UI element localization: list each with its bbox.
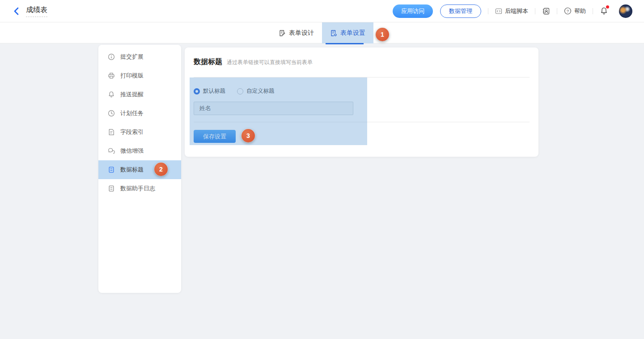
sidebar-item-label: 打印模版	[120, 72, 144, 80]
divider	[557, 8, 557, 14]
clock-icon	[108, 110, 115, 117]
divider	[593, 8, 593, 14]
title-field-input[interactable]	[194, 102, 353, 115]
sidebar-item-wechat-enhance[interactable]: 微信增强	[98, 142, 181, 160]
sidebar-item-label: 字段索引	[120, 128, 144, 136]
code-icon	[495, 8, 502, 15]
printer-icon	[108, 72, 115, 79]
help-label: 帮助	[574, 7, 586, 15]
sidebar-item-label: 推送提醒	[120, 90, 144, 99]
bell-icon	[108, 91, 115, 98]
annotation-badge-3: 3	[242, 129, 255, 142]
settings-sidebar: 提交扩展 打印模版 推送提醒 计划任务 字段索引 微信增强 数据标题	[98, 45, 181, 293]
sidebar-item-data-title[interactable]: 数据标题	[98, 160, 181, 179]
sidebar-item-push-reminder[interactable]: 推送提醒	[98, 85, 181, 104]
save-settings-button[interactable]: 保存设置	[194, 130, 236, 143]
form-design-icon	[279, 30, 286, 37]
page-title[interactable]: 成绩表	[26, 5, 47, 17]
sidebar-item-print-template[interactable]: 打印模版	[98, 66, 181, 85]
tab-label: 表单设置	[340, 29, 365, 37]
divider	[535, 8, 535, 14]
radio-unselected-icon	[237, 88, 243, 94]
document-icon	[108, 129, 115, 136]
notifications-button[interactable]	[600, 7, 608, 15]
radio-label: 默认标题	[203, 87, 225, 95]
active-tab-underline	[326, 43, 364, 44]
header-actions: 应用访问 数据管理 后端脚本 ? 帮助	[393, 4, 632, 18]
annotation-badge-1: 1	[376, 28, 389, 41]
form-tabbar: 表单设计 表单设置	[0, 22, 644, 43]
tab-form-design[interactable]: 表单设计	[271, 22, 322, 43]
radio-default-title[interactable]: 默认标题	[194, 87, 225, 95]
avatar[interactable]	[619, 4, 632, 18]
annotation-badge-2: 2	[154, 163, 168, 176]
divider	[194, 77, 530, 77]
backend-script-button[interactable]: 后端脚本	[495, 7, 528, 15]
back-button[interactable]	[12, 6, 21, 16]
divider	[194, 122, 530, 122]
tab-form-settings[interactable]: 表单设置	[322, 22, 373, 43]
sidebar-item-label: 计划任务	[120, 109, 144, 117]
contacts-book-button[interactable]	[542, 7, 550, 15]
data-title-panel: 数据标题 通过表单链接可以直接填写当前表单 默认标题 自定义标题 保存设置	[185, 47, 538, 157]
tab-label: 表单设计	[289, 29, 314, 37]
contacts-book-icon	[542, 7, 550, 15]
divider	[488, 8, 488, 14]
wechat-icon	[108, 147, 115, 154]
sidebar-item-label: 提交扩展	[120, 53, 144, 61]
sidebar-item-data-assistant-log[interactable]: 数据助手日志	[98, 179, 181, 198]
backend-script-label: 后端脚本	[505, 7, 528, 15]
tabs-group: 表单设计 表单设置	[271, 22, 373, 43]
list-doc-icon	[108, 185, 115, 192]
sidebar-item-label: 数据助手日志	[120, 185, 155, 193]
panel-header: 数据标题 通过表单链接可以直接填写当前表单	[194, 47, 530, 67]
chevron-left-icon	[13, 7, 20, 15]
svg-text:?: ?	[567, 9, 569, 13]
sidebar-item-field-index[interactable]: 字段索引	[98, 123, 181, 142]
sidebar-item-submit-extension[interactable]: 提交扩展	[98, 47, 181, 66]
notification-dot	[606, 5, 609, 9]
sidebar-item-label: 微信增强	[120, 147, 144, 155]
radio-custom-title[interactable]: 自定义标题	[237, 87, 275, 95]
top-header: 成绩表 应用访问 数据管理 后端脚本 ? 帮助	[0, 0, 644, 22]
panel-title: 数据标题	[194, 57, 222, 67]
panel-subtitle: 通过表单链接可以直接填写当前表单	[227, 59, 313, 66]
question-circle-icon: ?	[564, 7, 572, 15]
data-manage-button[interactable]: 数据管理	[440, 4, 481, 18]
app-access-button[interactable]: 应用访问	[393, 4, 433, 18]
form-settings-icon	[330, 30, 337, 37]
radio-selected-icon	[194, 88, 200, 94]
sidebar-item-scheduled-tasks[interactable]: 计划任务	[98, 104, 181, 123]
sidebar-item-label: 数据标题	[120, 166, 144, 174]
list-doc-icon	[108, 166, 115, 173]
help-button[interactable]: ? 帮助	[564, 7, 586, 15]
radio-label: 自定义标题	[246, 87, 275, 95]
info-circle-icon	[108, 53, 115, 60]
title-mode-radio-group: 默认标题 自定义标题	[194, 87, 275, 95]
